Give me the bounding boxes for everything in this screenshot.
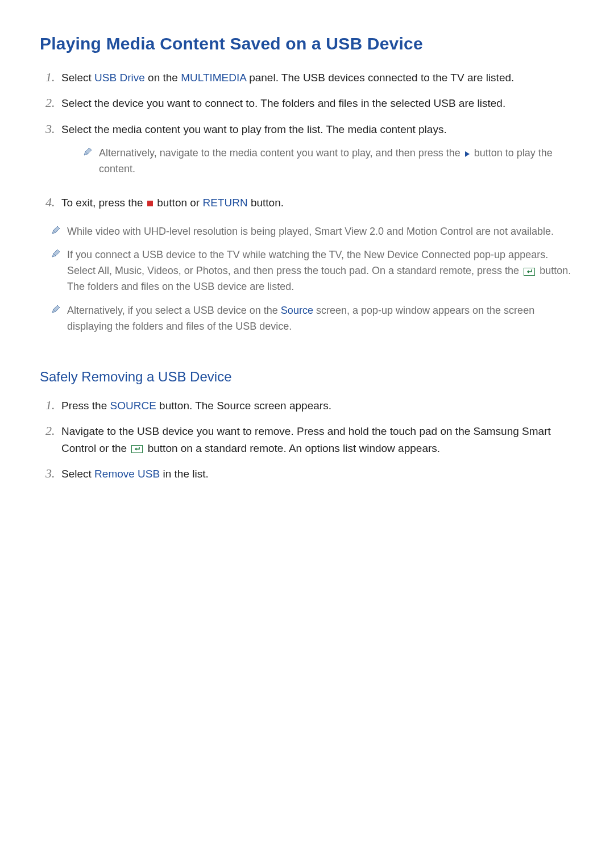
note-3: Alternatively, if you select a USB devic…	[51, 303, 574, 335]
pencil-note-icon	[51, 224, 67, 235]
note-text: While video with UHD-level resolution is…	[67, 224, 574, 240]
enter-icon	[131, 445, 143, 453]
pencil-note-icon	[51, 303, 67, 314]
text: Alternatively, navigate to the media con…	[99, 147, 463, 159]
note-1: While video with UHD-level resolution is…	[51, 224, 574, 240]
text: Select the media content you want to pla…	[61, 123, 447, 135]
step-body: Navigate to the USB device you want to r…	[61, 423, 574, 456]
note-text: Alternatively, if you select a USB devic…	[67, 303, 574, 335]
text: button. The Source screen appears.	[156, 400, 331, 412]
step-number: 4.	[45, 194, 61, 211]
steps-secondary: 1. Press the SOURCE button. The Source s…	[45, 397, 574, 483]
step-body: Press the SOURCE button. The Source scre…	[61, 397, 574, 414]
highlight-multimedia: MULTIMEDIA	[181, 72, 246, 84]
step-number: 1.	[45, 69, 61, 86]
step-body: Select Remove USB in the list.	[61, 466, 574, 482]
step-number: 3.	[45, 121, 61, 138]
play-icon	[465, 151, 470, 157]
sub-title: Safely Removing a USB Device	[40, 369, 574, 385]
step-body: Select the device you want to connect to…	[61, 95, 574, 111]
page-root: Playing Media Content Saved on a USB Dev…	[0, 0, 614, 868]
step-3b: 3. Select Remove USB in the list.	[45, 466, 574, 482]
text: Press the	[61, 400, 110, 412]
notes-block: While video with UHD-level resolution is…	[45, 224, 574, 335]
text: Select	[61, 468, 94, 480]
text: on the	[145, 72, 181, 84]
step-number: 1.	[45, 397, 61, 414]
text: panel. The USB devices connected to the …	[246, 72, 514, 84]
note-2: If you connect a USB device to the TV wh…	[51, 247, 574, 295]
text: Select	[61, 72, 94, 84]
text: button.	[248, 197, 284, 209]
nested-note: Alternatively, navigate to the media con…	[83, 146, 574, 177]
pencil-note-icon	[83, 146, 99, 156]
step-body: Select the media content you want to pla…	[61, 121, 574, 185]
highlight-return: RETURN	[202, 197, 247, 209]
note-text: If you connect a USB device to the TV wh…	[67, 247, 574, 295]
text: in the list.	[160, 468, 209, 480]
enter-icon	[524, 268, 535, 276]
text: button or	[154, 197, 203, 209]
text: Select the device you want to connect to…	[61, 97, 505, 109]
step-body: To exit, press the button or RETURN butt…	[61, 194, 574, 211]
steps-primary: 1. Select USB Drive on the MULTIMEDIA pa…	[45, 69, 574, 211]
step-2b: 2. Navigate to the USB device you want t…	[45, 423, 574, 456]
step-number: 2.	[45, 95, 61, 111]
stop-icon	[147, 201, 153, 206]
step-4: 4. To exit, press the button or RETURN b…	[45, 194, 574, 211]
text: To exit, press the	[61, 197, 146, 209]
highlight-remove-usb: Remove USB	[94, 468, 160, 480]
step-number: 2.	[45, 423, 61, 439]
highlight-source: Source	[281, 305, 313, 316]
text: Alternatively, if you select a USB devic…	[67, 305, 281, 316]
page-title: Playing Media Content Saved on a USB Dev…	[40, 34, 574, 53]
step-1b: 1. Press the SOURCE button. The Source s…	[45, 397, 574, 414]
highlight-source-btn: SOURCE	[110, 400, 156, 412]
note-text: Alternatively, navigate to the media con…	[99, 146, 574, 177]
step-number: 3.	[45, 466, 61, 482]
pencil-note-icon	[51, 247, 67, 258]
text: If you connect a USB device to the TV wh…	[67, 249, 548, 276]
step-3: 3. Select the media content you want to …	[45, 121, 574, 185]
step-1: 1. Select USB Drive on the MULTIMEDIA pa…	[45, 69, 574, 86]
step-body: Select USB Drive on the MULTIMEDIA panel…	[61, 69, 574, 86]
text: button on a standard remote. An options …	[144, 442, 440, 454]
step-2: 2. Select the device you want to connect…	[45, 95, 574, 111]
highlight-usb-drive: USB Drive	[94, 72, 145, 84]
